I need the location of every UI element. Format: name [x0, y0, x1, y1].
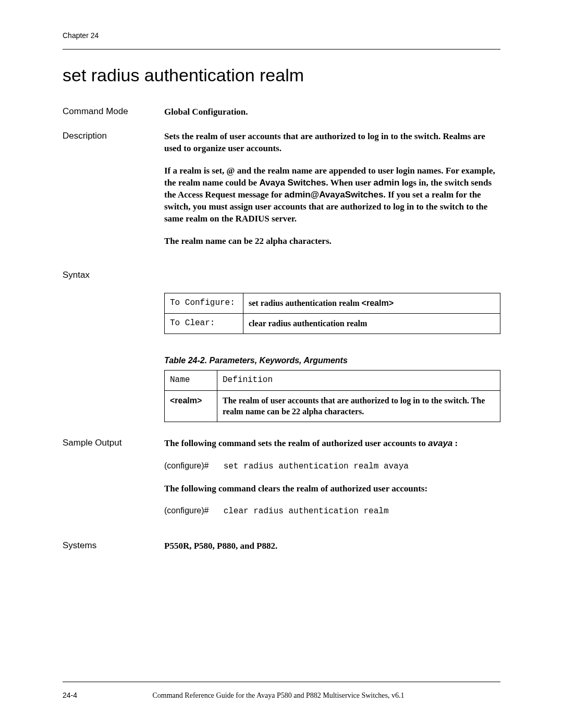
command-mode-value: Global Configuration.	[164, 106, 500, 118]
desc-p2-realm: Avaya Switches	[259, 178, 326, 188]
sample-intro1-c: :	[452, 438, 458, 448]
page-title: set radius authentication realm	[63, 65, 500, 85]
chapter-header: Chapter 24	[63, 31, 500, 40]
sample-intro1-a: The following command sets the realm of …	[164, 438, 428, 448]
syntax-row: Syntax	[63, 270, 500, 280]
desc-p2-full: admin@AvayaSwitches	[285, 190, 384, 200]
desc-p2-c: . When user	[326, 178, 373, 188]
page-number: 24-4	[63, 691, 77, 699]
document-page: Chapter 24 set radius authentication rea…	[0, 0, 563, 728]
syntax-clear-left: To Clear:	[165, 314, 243, 334]
footer-text: Command Reference Guide for the Avaya P5…	[153, 692, 405, 700]
sample-cmd2-line: (configure)# clear radius authentication…	[164, 505, 500, 517]
table-row: Name Definition	[165, 371, 500, 391]
bottom-rule	[63, 682, 500, 682]
top-rule	[63, 49, 500, 50]
syntax-clear-right: clear radius authentication realm	[243, 314, 500, 334]
param-definition: The realm of user accounts that are auth…	[217, 390, 500, 422]
description-p2: If a realm is set, @ and the realm name …	[164, 165, 500, 225]
syntax-spacer	[63, 293, 164, 334]
param-table-wrap: Table 24-2. Parameters, Keywords, Argume…	[164, 355, 500, 422]
sample-output-content: The following command sets the realm of …	[164, 438, 500, 528]
syntax-configure-left: To Configure:	[165, 293, 243, 314]
sample-prompt1: (configure)#	[164, 460, 209, 472]
sample-output-row: Sample Output The following command sets…	[63, 438, 500, 528]
table-row: To Clear: clear radius authentication re…	[165, 314, 500, 334]
sample-cmd2: clear radius authentication realm	[224, 507, 389, 516]
sample-output-label: Sample Output	[63, 438, 164, 528]
param-header-definition: Definition	[217, 371, 500, 391]
syntax-content	[164, 270, 500, 280]
param-table-caption: Table 24-2. Parameters, Keywords, Argume…	[164, 355, 500, 366]
syntax-table-row: To Configure: set radius authentication …	[63, 293, 500, 334]
page-footer: 24-4 Command Reference Guide for the Ava…	[63, 691, 500, 700]
param-name: <realm>	[165, 390, 217, 422]
syntax-table: To Configure: set radius authentication …	[164, 293, 500, 334]
description-content: Sets the realm of user accounts that are…	[164, 131, 500, 258]
description-row: Description Sets the realm of user accou…	[63, 131, 500, 258]
systems-value: P550R, P580, P880, and P882.	[164, 540, 500, 552]
syntax-cfg-cmd: set radius authentication realm	[249, 299, 362, 307]
desc-p2-at: @	[227, 166, 235, 176]
table-row: To Configure: set radius authentication …	[165, 293, 500, 314]
systems-row: Systems P550R, P580, P880, and P882.	[63, 540, 500, 552]
desc-p2-user: admin	[373, 178, 399, 188]
syntax-table-wrap: To Configure: set radius authentication …	[164, 293, 500, 334]
command-mode-row: Command Mode Global Configuration.	[63, 106, 500, 118]
sample-cmd1: set radius authentication realm avaya	[224, 462, 409, 471]
syntax-cfg-arg: <realm>	[362, 299, 394, 307]
sample-intro2: The following command clears the realm o…	[164, 483, 500, 495]
syntax-label: Syntax	[63, 270, 164, 280]
syntax-configure-right: set radius authentication realm <realm>	[243, 293, 500, 314]
sample-prompt2: (configure)#	[164, 505, 209, 516]
description-label: Description	[63, 131, 164, 258]
sample-intro1: The following command sets the realm of …	[164, 438, 500, 450]
param-table-row: Table 24-2. Parameters, Keywords, Argume…	[63, 355, 500, 422]
desc-p2-a: If a realm is set,	[164, 166, 227, 176]
sample-intro1-b: avaya	[428, 438, 452, 448]
systems-label: Systems	[63, 540, 164, 552]
param-header-name: Name	[165, 371, 217, 391]
parameters-table: Name Definition <realm> The realm of use…	[164, 370, 500, 422]
sample-cmd1-line: (configure)# set radius authentication r…	[164, 460, 500, 473]
table-row: <realm> The realm of user accounts that …	[165, 390, 500, 422]
command-mode-label: Command Mode	[63, 106, 164, 118]
description-p1: Sets the realm of user accounts that are…	[164, 131, 500, 155]
param-spacer	[63, 355, 164, 422]
description-p3: The realm name can be 22 alpha character…	[164, 236, 500, 248]
